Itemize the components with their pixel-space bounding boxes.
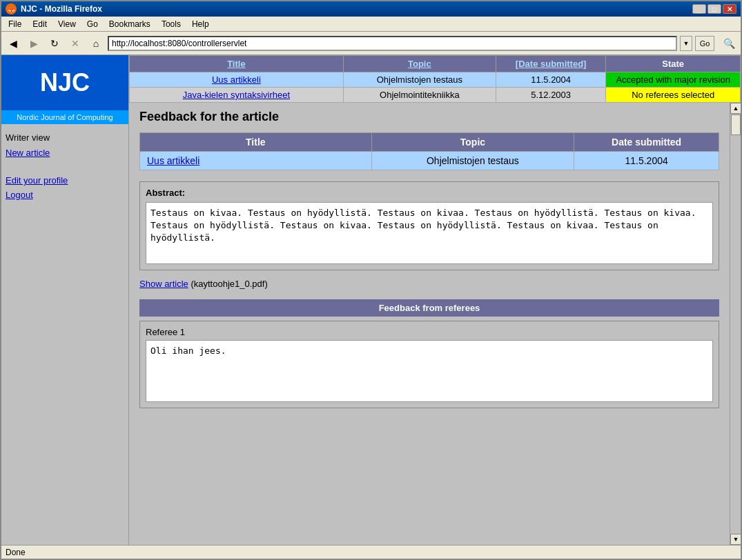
menu-go[interactable]: Go — [83, 18, 102, 30]
article-date-cell: 5.12.2003 — [496, 88, 606, 103]
title-bar: 🦊 NJC - Mozilla Firefox _ □ ✕ — [1, 1, 741, 17]
abstract-label: Abstract: — [146, 188, 713, 198]
abstract-box: Abstract: Testaus on kivaa. Testaus on h… — [139, 181, 719, 270]
show-article-line: Show article (kayttoohje1_0.pdf) — [139, 279, 719, 289]
search-icon: 🔍 — [720, 34, 738, 52]
window-title: NJC - Mozilla Firefox — [21, 4, 102, 14]
feedback-referees-header: Feedback from referees — [139, 299, 719, 317]
feedback-col-title: Title — [140, 133, 372, 152]
articles-table-wrapper: Title Topic [Date submitted] State Uus a… — [129, 55, 741, 103]
sidebar: NJC Nordic Journal of Computing Writer v… — [1, 55, 129, 545]
new-article-link[interactable]: New article — [6, 147, 124, 159]
edit-profile-link[interactable]: Edit your profile — [6, 174, 124, 186]
feedback-col-date: Date submitted — [574, 133, 719, 152]
show-article-link[interactable]: Show article — [139, 279, 188, 289]
show-article-filename: (kayttoohje1_0.pdf) — [191, 279, 267, 289]
article-title-link[interactable]: Java-kielen syntaksivirheet — [183, 90, 290, 100]
writer-view-label: Writer view — [6, 131, 124, 144]
main-area: NJC Nordic Journal of Computing Writer v… — [1, 55, 741, 545]
table-row[interactable]: Java-kielen syntaksivirheet Ohjelmointit… — [130, 88, 741, 103]
logo-subtitle: Nordic Journal of Computing — [1, 110, 128, 124]
toolbar: ◀ ▶ ↻ ✕ ⌂ ▼ Go 🔍 — [1, 32, 741, 55]
feedback-article-date: 11.5.2004 — [574, 152, 719, 170]
articles-table: Title Topic [Date submitted] State Uus a… — [129, 55, 741, 103]
article-topic-cell: Ohjelmistojen testaus — [343, 72, 496, 88]
content-area: Title Topic [Date submitted] State Uus a… — [129, 55, 741, 545]
home-button[interactable]: ⌂ — [87, 34, 105, 52]
feedback-section-title: Feedback for the article — [139, 110, 719, 124]
logout-link[interactable]: Logout — [6, 189, 124, 201]
scrollbar[interactable]: ▲ ▼ — [730, 103, 741, 545]
article-title-cell: Java-kielen syntaksivirheet — [130, 88, 344, 103]
status-bar: Done — [1, 545, 741, 559]
scroll-down-button[interactable]: ▼ — [730, 534, 741, 545]
back-button[interactable]: ◀ — [4, 34, 22, 52]
menu-bar: File Edit View Go Bookmarks Tools Help — [1, 17, 741, 32]
feedback-article-row[interactable]: Uus artikkeli Ohjelmistojen testaus 11.5… — [140, 152, 719, 170]
sidebar-nav: Writer view New article Edit your profil… — [1, 124, 128, 208]
feedback-article-topic: Ohjelmistojen testaus — [371, 152, 574, 170]
col-topic-header[interactable]: Topic — [408, 59, 431, 69]
url-dropdown[interactable]: ▼ — [680, 36, 692, 51]
feedback-article-table: Title Topic Date submitted Uus artikkeli… — [139, 132, 719, 170]
referee-label: Referee 1 — [146, 327, 713, 337]
article-state-cell: Accepted with major revision — [606, 72, 741, 88]
maximize-button[interactable]: □ — [707, 4, 721, 14]
col-state-header: State — [606, 56, 741, 72]
feedback-col-topic: Topic — [371, 133, 574, 152]
title-bar-left: 🦊 NJC - Mozilla Firefox — [6, 3, 102, 14]
menu-tools[interactable]: Tools — [157, 18, 185, 30]
feedback-article-link[interactable]: Uus artikkeli — [147, 155, 199, 166]
forward-button[interactable]: ▶ — [25, 34, 43, 52]
abstract-text: Testaus on kivaa. Testaus on hyödyllistä… — [146, 202, 713, 264]
menu-view[interactable]: View — [54, 18, 80, 30]
col-title-header[interactable]: Title — [227, 59, 246, 69]
go-button[interactable]: Go — [695, 36, 714, 51]
status-text: Done — [6, 548, 26, 557]
feedback-section: Feedback for the article Title Topic Dat… — [129, 103, 730, 545]
browser-window: 🦊 NJC - Mozilla Firefox _ □ ✕ File Edit … — [0, 0, 742, 560]
scroll-up-button[interactable]: ▲ — [730, 103, 741, 114]
col-date-header[interactable]: [Date submitted] — [516, 59, 587, 69]
referee-feedback-text: Oli ihan jees. — [146, 340, 713, 402]
article-topic-cell: Ohjelmointitekniikka — [343, 88, 496, 103]
menu-bookmarks[interactable]: Bookmarks — [105, 18, 155, 30]
menu-file[interactable]: File — [4, 18, 26, 30]
reload-button[interactable]: ↻ — [46, 34, 64, 52]
feedback-article-title: Uus artikkeli — [140, 152, 372, 170]
stop-button[interactable]: ✕ — [66, 34, 84, 52]
logo-text: NJC — [40, 68, 90, 97]
scroll-thumb[interactable] — [731, 114, 741, 135]
menu-help[interactable]: Help — [188, 18, 213, 30]
window-controls: _ □ ✕ — [692, 4, 736, 14]
address-bar: ▼ Go — [108, 36, 714, 51]
menu-edit[interactable]: Edit — [28, 18, 51, 30]
url-input[interactable] — [108, 36, 677, 51]
article-date-cell: 11.5.2004 — [496, 72, 606, 88]
referee-section: Referee 1 Oli ihan jees. — [139, 321, 719, 408]
close-button[interactable]: ✕ — [723, 4, 736, 14]
article-state-cell: No referees selected — [606, 88, 741, 103]
minimize-button[interactable]: _ — [692, 4, 706, 14]
article-title-link[interactable]: Uus artikkeli — [212, 74, 261, 85]
table-row[interactable]: Uus artikkeli Ohjelmistojen testaus 11.5… — [130, 72, 741, 88]
article-title-cell: Uus artikkeli — [130, 72, 344, 88]
firefox-icon: 🦊 — [6, 3, 17, 14]
logo: NJC — [1, 55, 128, 110]
